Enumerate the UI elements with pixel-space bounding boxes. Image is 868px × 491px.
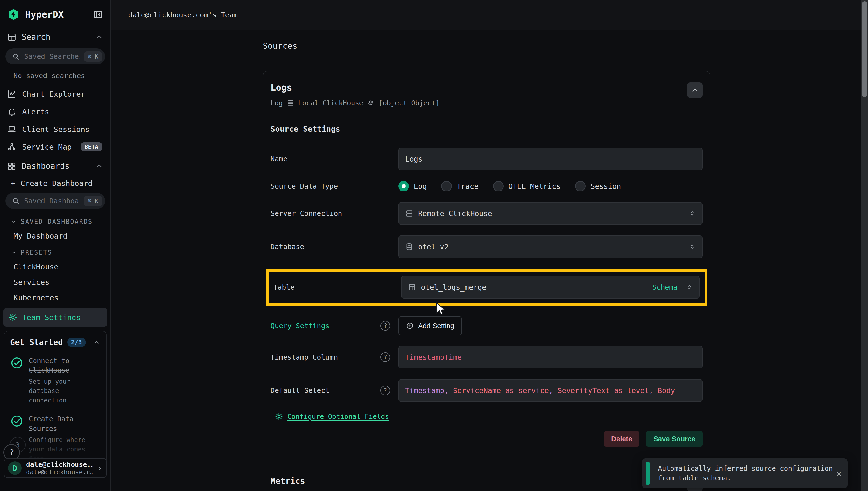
radio-label: Session bbox=[591, 182, 621, 191]
user-account-button[interactable]: D dale@clickhouse.… dale@clickhouse.c… › bbox=[4, 458, 107, 478]
sidebar-item-alerts[interactable]: Alerts bbox=[0, 103, 111, 120]
add-setting-button[interactable]: Add Setting bbox=[398, 316, 462, 335]
group-presets[interactable]: PRESETS bbox=[0, 243, 111, 259]
sources-heading: Sources bbox=[263, 41, 710, 51]
saved-searches-placeholder: Saved Searches bbox=[24, 52, 80, 60]
sidebar-item-my-dashboard[interactable]: My Dashboard bbox=[0, 228, 111, 243]
radio-trace[interactable] bbox=[441, 181, 452, 192]
default-select-label: Default Select bbox=[271, 386, 329, 395]
sidebar-item-clickhouse[interactable]: ClickHouse bbox=[0, 259, 111, 275]
user-name: dale@clickhouse.… bbox=[26, 461, 93, 468]
sidebar-item-dashboards[interactable]: Dashboards bbox=[0, 155, 111, 176]
sidebar-item-client-sessions[interactable]: Client Sessions bbox=[0, 120, 111, 138]
collapse-logs-button[interactable] bbox=[687, 83, 702, 98]
group-saved-dashboards[interactable]: SAVED DASHBOARDS bbox=[0, 213, 111, 228]
service-map-icon bbox=[7, 142, 17, 151]
check-circle-icon bbox=[10, 414, 23, 428]
create-dashboard-label: Create Dashboard bbox=[21, 179, 93, 187]
updown-chevrons-icon bbox=[689, 210, 696, 217]
updown-chevrons-icon bbox=[686, 284, 693, 291]
saved-dashboards-input[interactable]: Saved Dashboards ⌘ K bbox=[5, 193, 105, 209]
close-icon[interactable]: ✕ bbox=[836, 468, 841, 478]
server-name: Local ClickHouse bbox=[298, 99, 363, 107]
collapse-sidebar-icon[interactable] bbox=[93, 9, 103, 20]
server-connection-select[interactable]: Remote ClickHouse bbox=[398, 202, 702, 225]
sidebar-item-team-settings[interactable]: Team Settings bbox=[3, 308, 107, 326]
default-select-input[interactable]: Timestamp, ServiceName as service, Sever… bbox=[398, 379, 702, 402]
gear-icon bbox=[8, 313, 18, 322]
radio-otel-metrics[interactable] bbox=[493, 181, 504, 192]
help-tooltip-icon[interactable]: ? bbox=[381, 321, 390, 330]
save-source-button[interactable]: Save Source bbox=[646, 431, 702, 446]
nav-label: Dashboards bbox=[22, 161, 70, 171]
team-settings-label: Team Settings bbox=[22, 313, 81, 322]
chevron-down-icon bbox=[10, 219, 17, 225]
table-grid-icon bbox=[408, 283, 416, 291]
saved-dashboards-placeholder: Saved Dashboards bbox=[24, 197, 80, 205]
name-input[interactable]: Logs bbox=[398, 148, 702, 170]
sidebar-item-services[interactable]: Services bbox=[0, 275, 111, 290]
logs-section-title: Logs bbox=[271, 83, 687, 93]
sidebar: HyperDX Search Saved Searches ⌘ K No sav… bbox=[0, 0, 111, 491]
scrollbar-track[interactable] bbox=[861, 0, 868, 491]
schema-badge[interactable]: Schema bbox=[652, 283, 678, 291]
nav-label: Service Map bbox=[22, 143, 71, 151]
step-title: Create Data Sources bbox=[29, 414, 100, 433]
laptop-icon bbox=[7, 125, 17, 134]
sidebar-item-search[interactable]: Search bbox=[0, 27, 111, 47]
data-type-label: Source Data Type bbox=[271, 182, 338, 190]
database-label: Database bbox=[271, 242, 304, 251]
database-select[interactable]: otel_v2 bbox=[398, 235, 702, 258]
server-icon bbox=[405, 209, 413, 218]
database-icon bbox=[405, 242, 413, 251]
divider bbox=[263, 62, 710, 62]
chevron-up-icon[interactable] bbox=[95, 33, 103, 41]
table-select[interactable]: otel_logs_merge Schema bbox=[401, 276, 700, 298]
plus-icon: + bbox=[10, 179, 15, 187]
chevron-down-icon bbox=[10, 249, 17, 256]
delete-button[interactable]: Delete bbox=[604, 431, 639, 446]
chevron-right-icon: › bbox=[97, 463, 102, 473]
get-started-step-connect[interactable]: Connect to ClickHouse Set up your databa… bbox=[10, 356, 100, 405]
server-icon bbox=[287, 99, 294, 107]
plus-circle-icon bbox=[406, 322, 414, 330]
source-settings-heading: Source Settings bbox=[271, 124, 702, 134]
create-dashboard-button[interactable]: + Create Dashboard bbox=[0, 176, 111, 191]
step-desc: Set up your database connection bbox=[29, 377, 100, 405]
toast-accent-bar bbox=[646, 462, 650, 485]
nav-label: Client Sessions bbox=[22, 125, 90, 134]
metrics-section-title: Metrics bbox=[271, 476, 687, 486]
shortcut-kbd: ⌘ K bbox=[84, 196, 102, 206]
dashboards-grid-icon bbox=[7, 162, 17, 171]
toast-notification: Automatically inferred source configurat… bbox=[642, 458, 847, 488]
beta-badge: BETA bbox=[81, 142, 102, 151]
help-tooltip-icon[interactable]: ? bbox=[381, 352, 390, 362]
layers-icon bbox=[367, 99, 375, 107]
chevron-up-icon[interactable] bbox=[93, 339, 100, 346]
check-circle-icon bbox=[10, 356, 23, 370]
table-path: [object Object] bbox=[379, 99, 440, 107]
configure-optional-fields-link[interactable]: Configure Optional Fields bbox=[288, 413, 389, 421]
help-tooltip-icon[interactable]: ? bbox=[381, 385, 390, 395]
bell-icon bbox=[7, 107, 17, 116]
toast-message: Automatically inferred source configurat… bbox=[658, 464, 826, 473]
divider bbox=[271, 462, 702, 462]
step-title: Connect to ClickHouse bbox=[29, 356, 100, 375]
server-connection-label: Server Connection bbox=[271, 209, 342, 218]
gear-icon bbox=[275, 412, 283, 421]
scrollbar-thumb[interactable] bbox=[862, 1, 867, 97]
timestamp-column-label: Timestamp Column bbox=[271, 353, 338, 361]
sidebar-item-kubernetes[interactable]: Kubernetes bbox=[0, 290, 111, 305]
sources-card: Logs Log Local ClickHouse [object Object… bbox=[263, 71, 710, 491]
sidebar-item-service-map[interactable]: Service Map BETA bbox=[0, 138, 111, 155]
table-icon bbox=[7, 33, 17, 42]
chevron-up-icon[interactable] bbox=[95, 162, 103, 170]
radio-log[interactable] bbox=[398, 181, 409, 192]
main-content: Sources Logs Log Local ClickHouse [objec… bbox=[111, 31, 868, 491]
radio-session[interactable] bbox=[575, 181, 586, 192]
sidebar-item-chart-explorer[interactable]: Chart Explorer bbox=[0, 85, 111, 103]
saved-searches-input[interactable]: Saved Searches ⌘ K bbox=[5, 49, 105, 64]
progress-badge: 2/3 bbox=[67, 338, 86, 347]
timestamp-column-input[interactable]: TimestampTime bbox=[398, 346, 702, 369]
search-icon bbox=[11, 197, 20, 205]
